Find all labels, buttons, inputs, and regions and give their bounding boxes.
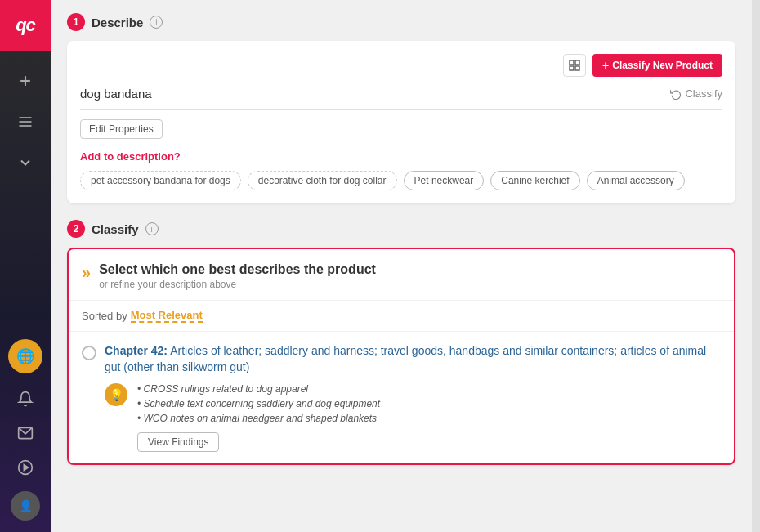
scrollbar-track[interactable] (752, 0, 760, 532)
chapter-description: Articles of leather; saddlery and harnes… (105, 344, 706, 373)
tag-animal-accessory[interactable]: Animal accessory (587, 171, 685, 190)
app-logo[interactable]: qc (0, 0, 51, 51)
classify-prompt: » Select which one best describes the pr… (82, 262, 721, 290)
sidebar-item-add[interactable] (8, 64, 42, 98)
svg-rect-8 (570, 60, 574, 65)
classify-new-product-button[interactable]: + Classify New Product (592, 54, 722, 77)
describe-title: Describe (92, 16, 143, 29)
svg-rect-10 (570, 66, 574, 70)
classify-info-icon[interactable]: i (145, 222, 159, 235)
product-input[interactable] (80, 87, 670, 101)
svg-rect-11 (575, 66, 579, 70)
findings-section: 💡 CROSS rulings related to dog apparel S… (82, 383, 721, 452)
chapter-result: Chapter 42: Articles of leather; saddler… (69, 332, 734, 463)
sidebar-globe-icon[interactable]: 🌐 (8, 339, 42, 373)
sidebar: qc 🌐 👤 (0, 0, 51, 532)
step-2-badge: 2 (67, 220, 85, 238)
grid-view-icon[interactable] (563, 54, 586, 77)
chapter-radio-button[interactable] (82, 346, 96, 360)
chapter-title-text: Chapter 42: Articles of leather; saddler… (105, 343, 721, 375)
sidebar-item-play[interactable] (8, 450, 42, 485)
chapter-title-bold: Chapter 42: (105, 344, 168, 357)
sort-most-relevant-link[interactable]: Most Relevant (131, 309, 203, 323)
plus-icon: + (602, 59, 609, 72)
svg-rect-9 (575, 60, 579, 65)
classify-section: 2 Classify i » Select which one best des… (67, 220, 735, 465)
sidebar-item-list[interactable] (8, 105, 42, 139)
add-description-label: Add to description? (80, 150, 722, 163)
sidebar-item-bell[interactable] (8, 382, 42, 416)
finding-item-1: CROSS rulings related to dog apparel (137, 383, 380, 395)
chapter-row: Chapter 42: Articles of leather; saddler… (82, 343, 721, 375)
classify-header: 2 Classify i (67, 220, 735, 238)
classify-link[interactable]: Classify (670, 87, 722, 100)
classify-prompt-sub: or refine your description above (99, 279, 376, 290)
sort-bar: Sorted by Most Relevant (69, 301, 734, 332)
product-input-row: Classify (80, 87, 722, 110)
sidebar-nav (0, 64, 51, 180)
classify-prompt-main: Select which one best describes the prod… (99, 262, 376, 277)
sidebar-item-mail[interactable] (8, 416, 42, 450)
describe-toolbar: + Classify New Product (80, 54, 722, 77)
tag-pet-accessory[interactable]: pet accessory bandana for dogs (80, 171, 241, 190)
tag-decorative-cloth[interactable]: decorative cloth for dog collar (248, 171, 397, 190)
finding-item-3: WCO notes on animal headgear and shaped … (137, 413, 380, 424)
classify-prompt-texts: Select which one best describes the prod… (99, 262, 376, 290)
findings-content: CROSS rulings related to dog apparel Sch… (137, 383, 380, 452)
user-avatar[interactable]: 👤 (11, 491, 40, 521)
step-1-badge: 1 (67, 13, 85, 31)
chevron-double-icon: » (82, 263, 91, 282)
describe-info-icon[interactable]: i (150, 16, 163, 29)
classify-card: » Select which one best describes the pr… (67, 248, 735, 465)
sidebar-item-dropdown[interactable] (8, 145, 42, 180)
tag-pet-neckwear[interactable]: Pet neckwear (404, 171, 485, 190)
tags-row: pet accessory bandana for dogs decorativ… (80, 171, 722, 190)
describe-header: 1 Describe i (67, 13, 735, 31)
edit-properties-button[interactable]: Edit Properties (80, 119, 163, 139)
view-findings-button[interactable]: View Findings (137, 432, 219, 452)
main-content: 1 Describe i + Classify New Product (51, 0, 752, 532)
tag-canine-kerchief[interactable]: Canine kerchief (490, 171, 579, 190)
findings-bulb-icon: 💡 (105, 383, 127, 406)
svg-marker-7 (24, 465, 28, 471)
describe-card: + Classify New Product Classify Edit Pro… (67, 41, 735, 203)
classify-prompt-area: » Select which one best describes the pr… (69, 249, 734, 301)
finding-item-2: Schedule text concerning saddlery and do… (137, 398, 380, 409)
classify-title: Classify (92, 222, 139, 236)
findings-list: CROSS rulings related to dog apparel Sch… (137, 383, 380, 424)
